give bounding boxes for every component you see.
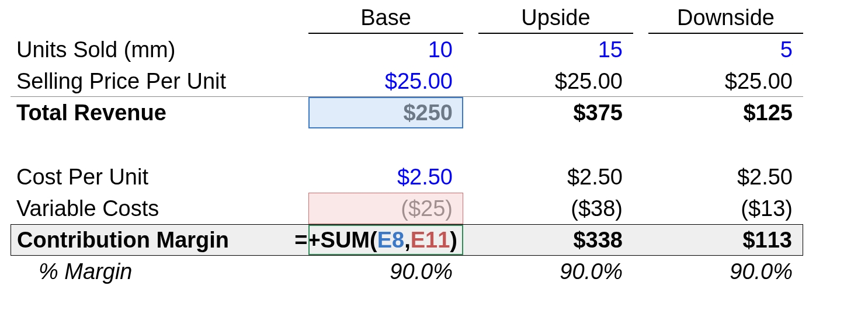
cell-total-revenue-upside[interactable]: $375 — [478, 97, 633, 128]
spacer — [633, 65, 648, 97]
formula-sep: , — [404, 228, 411, 252]
spacer — [633, 128, 648, 161]
cell-selling-price-base[interactable]: $25.00 — [308, 65, 463, 97]
header-base[interactable]: Base — [308, 2, 463, 34]
spacer — [463, 2, 478, 34]
spacer — [463, 161, 478, 193]
formula-text: =+SUM(E8,E11) — [294, 229, 457, 251]
cell-cost-per-unit-downside[interactable]: $2.50 — [648, 161, 803, 193]
header-downside[interactable]: Downside — [648, 2, 803, 34]
spacer — [463, 128, 478, 161]
label-pct-margin: % Margin — [11, 256, 308, 287]
row-units-sold: Units Sold (mm) 10 15 5 — [11, 34, 857, 65]
header-upside[interactable]: Upside — [478, 2, 633, 34]
cell-units-sold-upside[interactable]: 15 — [478, 34, 633, 65]
formula-prefix: =+SUM( — [294, 228, 377, 252]
cell-variable-costs-base[interactable]: ($25) — [308, 193, 463, 224]
spacer — [478, 128, 633, 161]
cell-pct-margin-base[interactable]: 90.0% — [308, 256, 463, 287]
header-row: Base Upside Downside — [11, 2, 857, 34]
header-blank — [11, 2, 308, 34]
spacer — [648, 128, 803, 161]
cell-cost-per-unit-upside[interactable]: $2.50 — [478, 161, 633, 193]
spacer — [463, 256, 478, 287]
cell-contribution-margin-downside[interactable]: $113 — [648, 224, 803, 256]
row-pct-margin: % Margin 90.0% 90.0% 90.0% — [11, 256, 857, 287]
row-cost-per-unit: Cost Per Unit $2.50 $2.50 $2.50 — [11, 161, 857, 193]
spacer — [463, 193, 478, 224]
formula-suffix: ) — [450, 228, 457, 252]
label-selling-price: Selling Price Per Unit — [11, 65, 308, 97]
spreadsheet-region[interactable]: Base Upside Downside Units Sold (mm) 10 … — [0, 0, 868, 293]
spacer — [633, 34, 648, 65]
label-contribution-margin: Contribution Margin — [11, 224, 308, 256]
spacer — [633, 224, 648, 256]
spacer — [308, 128, 463, 161]
cell-contribution-margin-base-formula[interactable]: =+SUM(E8,E11) — [308, 224, 463, 256]
spacer — [11, 128, 308, 161]
cell-selling-price-upside[interactable]: $25.00 — [478, 65, 633, 97]
spacer — [463, 34, 478, 65]
row-selling-price: Selling Price Per Unit $25.00 $25.00 $25… — [11, 65, 857, 97]
cell-units-sold-downside[interactable]: 5 — [648, 34, 803, 65]
spacer — [633, 97, 648, 128]
spacer — [633, 256, 648, 287]
cell-contribution-margin-upside[interactable]: $338 — [478, 224, 633, 256]
spacer — [463, 97, 478, 128]
cell-units-sold-base[interactable]: 10 — [308, 34, 463, 65]
label-variable-costs: Variable Costs — [11, 193, 308, 224]
label-cost-per-unit: Cost Per Unit — [11, 161, 308, 193]
cell-total-revenue-downside[interactable]: $125 — [648, 97, 803, 128]
row-total-revenue: Total Revenue $250 $375 $125 — [11, 97, 857, 128]
cell-pct-margin-downside[interactable]: 90.0% — [648, 256, 803, 287]
cell-pct-margin-upside[interactable]: 90.0% — [478, 256, 633, 287]
formula-ref1: E8 — [377, 228, 404, 252]
formula-ref2: E11 — [411, 228, 450, 252]
row-contribution-margin: Contribution Margin =+SUM(E8,E11) $338 $… — [11, 224, 857, 256]
cell-cost-per-unit-base[interactable]: $2.50 — [308, 161, 463, 193]
cell-variable-costs-upside[interactable]: ($38) — [478, 193, 633, 224]
cell-variable-costs-downside[interactable]: ($13) — [648, 193, 803, 224]
spacer — [633, 161, 648, 193]
label-total-revenue: Total Revenue — [11, 97, 308, 128]
spacer — [633, 2, 648, 34]
spacer — [633, 193, 648, 224]
row-variable-costs: Variable Costs ($25) ($38) ($13) — [11, 193, 857, 224]
blank-row — [11, 128, 857, 161]
spacer — [463, 224, 478, 256]
spacer — [463, 65, 478, 97]
cell-total-revenue-base[interactable]: $250 — [308, 97, 463, 128]
label-units-sold: Units Sold (mm) — [11, 34, 308, 65]
cell-selling-price-downside[interactable]: $25.00 — [648, 65, 803, 97]
